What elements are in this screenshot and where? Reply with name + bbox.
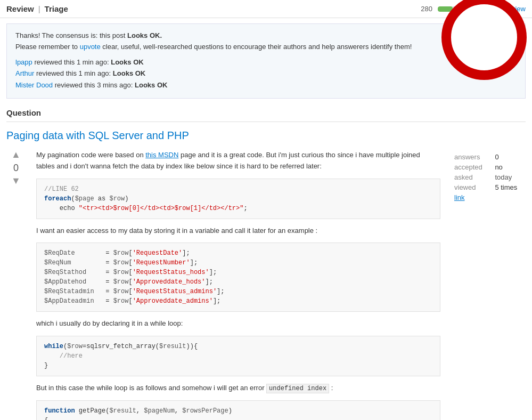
- vote-up-button[interactable]: ▲: [8, 150, 24, 160]
- stats-link[interactable]: link: [454, 193, 465, 201]
- reviewer-0-verdict: Looks OK: [111, 58, 143, 66]
- reviewer-list: lpapp reviewed this 1 min ago: Looks OK …: [15, 57, 517, 91]
- header-nav: Review | Triage 280 stats review: [0, 0, 532, 18]
- question-body-3: which i usually do by declaring it in a …: [36, 318, 440, 329]
- reviewer-2: Mister Dood reviewed this 3 mins ago: Lo…: [15, 80, 517, 91]
- code-block-1: //LINE 62 foreach($page as $row) echo "<…: [36, 179, 440, 219]
- accepted-label: accepted: [451, 162, 492, 172]
- reviewer-0-name[interactable]: lpapp: [15, 58, 32, 66]
- asked-label: asked: [451, 172, 492, 182]
- reviewer-1: Arthur reviewed this 1 min ago: Looks OK: [15, 68, 517, 79]
- reviewer-1-name[interactable]: Arthur: [15, 69, 34, 77]
- nav-triage-label[interactable]: Triage: [45, 4, 68, 13]
- nav-separator: |: [38, 4, 40, 13]
- reviewer-0-time: reviewed this 1 min ago:: [34, 58, 111, 66]
- stats-row-accepted: accepted no: [451, 162, 526, 172]
- reviewer-1-verdict: Looks OK: [113, 69, 145, 77]
- reviewer-2-verdict: Looks OK: [135, 81, 167, 89]
- question-body-4: But in this case the while loop is as fo…: [36, 383, 440, 394]
- accepted-value: no: [492, 162, 526, 172]
- stats-row-viewed: viewed 5 times: [451, 182, 526, 192]
- stats-table: answers 0 accepted no asked today viewed…: [451, 152, 526, 203]
- consensus-sub-suffix: clear, useful, well-researched questions…: [101, 43, 412, 51]
- vote-count: 0: [13, 163, 19, 174]
- stats-sidebar: answers 0 accepted no asked today viewed…: [451, 152, 526, 420]
- code-block-2: $ReqDate = $row['RequestDate']; $ReqNum …: [36, 243, 440, 312]
- stats-row-asked: asked today: [451, 172, 526, 182]
- consensus-sub-prefix: Please remember to: [15, 43, 80, 51]
- question-title[interactable]: Paging data with SQL Server and PHP: [6, 128, 526, 142]
- code-block-3: while($row=sqlsrv_fetch_array($result)){…: [36, 336, 440, 376]
- stats-row-link: link: [451, 192, 526, 203]
- question-body-area: ▲ 0 ▼ My pagination code were based on t…: [6, 150, 526, 420]
- question-body-2: I want an easier access to my data by st…: [36, 225, 440, 237]
- viewed-value: 5 times: [492, 182, 526, 192]
- question-body-intro: My pagination code were based on this MS…: [36, 150, 440, 172]
- stats-row-answers: answers 0: [451, 152, 526, 162]
- answers-label: answers: [451, 152, 492, 162]
- question-section: Question Paging data with SQL Server and…: [0, 104, 532, 420]
- error-code-inline: undefined index: [266, 384, 329, 393]
- asked-value: today: [492, 172, 526, 182]
- stats-link-cell: link: [451, 192, 526, 203]
- msdn-link[interactable]: this MSDN: [145, 151, 178, 159]
- code-block-4: function getPage($result, $pageNum, $row…: [36, 400, 440, 420]
- section-header: Question: [6, 104, 526, 122]
- viewed-label: viewed: [451, 182, 492, 192]
- reviewer-2-name[interactable]: Mister Dood: [15, 81, 53, 89]
- upvote-link[interactable]: upvote: [80, 43, 101, 51]
- nav-count: 280: [421, 5, 432, 13]
- vote-down-button[interactable]: ▼: [8, 176, 24, 187]
- consensus-prefix: Thanks! The consensus is: this post: [15, 31, 127, 39]
- consensus-status: Looks OK.: [127, 31, 162, 39]
- nav-review-label[interactable]: Review: [6, 4, 34, 13]
- reviewer-1-time: reviewed this 1 min ago:: [36, 69, 113, 77]
- question-content: My pagination code were based on this MS…: [36, 150, 440, 420]
- answers-value: 0: [492, 152, 526, 162]
- reviewer-2-time: reviewed this 3 mins ago:: [55, 81, 135, 89]
- reviewer-0: lpapp reviewed this 1 min ago: Looks OK: [15, 57, 517, 68]
- vote-column: ▲ 0 ▼: [6, 150, 26, 420]
